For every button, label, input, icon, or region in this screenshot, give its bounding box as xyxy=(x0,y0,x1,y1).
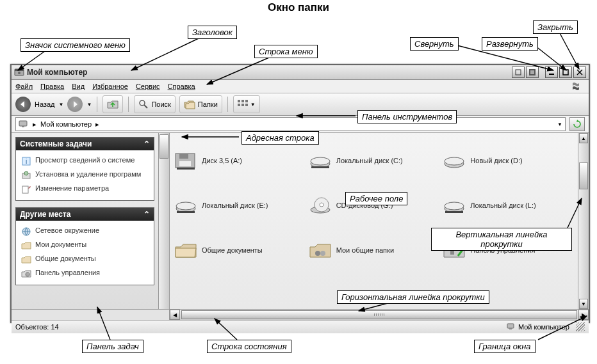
go-button[interactable] xyxy=(569,117,585,131)
forward-dropdown-icon[interactable]: ▼ xyxy=(86,102,92,107)
svg-point-36 xyxy=(24,171,28,175)
window-title: Мой компьютер xyxy=(27,68,87,77)
item-label: Локальный диск (L:) xyxy=(470,202,536,209)
task-system-info[interactable]: i Просмотр сведений о системе xyxy=(21,154,149,168)
toolbar-separator-3 xyxy=(227,97,228,112)
svg-rect-29 xyxy=(241,104,244,106)
scroll-left-arrow[interactable]: ◀ xyxy=(170,310,180,320)
views-button[interactable]: ▼ xyxy=(233,95,260,113)
folders-button[interactable]: Папки xyxy=(179,95,222,113)
sidebar-scrollbar[interactable] xyxy=(158,133,169,309)
my-shared-folders[interactable]: Мои общие папки xyxy=(308,229,440,271)
hdd-icon xyxy=(442,194,466,216)
system-tasks-header[interactable]: Системные задачи ⌃ xyxy=(16,138,154,150)
drive-e[interactable]: Локальный диск (E:) xyxy=(174,184,306,226)
other-places-header[interactable]: Другие места ⌃ xyxy=(16,208,154,221)
toolbar-separator-2 xyxy=(128,97,129,112)
item-label: Общие документы xyxy=(202,246,263,254)
vertical-scrollbar[interactable]: ▲ ▼ xyxy=(578,133,589,309)
scrollbar-thumb[interactable] xyxy=(579,162,588,189)
callout-hscroll: Горизонтальная линейка прокрутки xyxy=(337,290,489,304)
horizontal-scrollbar[interactable]: ◀ ▶ xyxy=(170,310,589,320)
system-menu-icon[interactable] xyxy=(14,67,24,77)
svg-point-40 xyxy=(26,273,29,276)
drive-c[interactable]: Локальный диск (C:) xyxy=(308,139,440,182)
titlebar[interactable]: Мой компьютер xyxy=(12,65,589,80)
system-tasks-box: Системные задачи ⌃ i Просмотр сведений о… xyxy=(15,137,154,201)
scrollbar-thumb[interactable] xyxy=(159,134,168,159)
search-button[interactable]: Поиск xyxy=(134,95,175,113)
svg-rect-26 xyxy=(241,100,244,102)
svg-point-59 xyxy=(315,251,320,256)
svg-rect-14 xyxy=(15,69,24,71)
work-area[interactable]: Диск 3,5 (A:) Локальный диск (C:) Новый … xyxy=(170,133,589,309)
menu-edit[interactable]: Правка xyxy=(40,83,64,90)
minimize-button[interactable] xyxy=(545,67,558,78)
drive-l[interactable]: Локальный диск (L:) xyxy=(442,184,574,226)
hdd-icon xyxy=(442,150,466,171)
drive-d[interactable]: Новый диск (D:) xyxy=(442,139,574,182)
svg-rect-47 xyxy=(311,166,329,168)
other-places-box: Другие места ⌃ Сетевое окружение Мои док… xyxy=(15,207,154,285)
refresh-icon xyxy=(573,120,582,129)
back-dropdown-icon[interactable]: ▼ xyxy=(59,102,64,107)
svg-point-15 xyxy=(18,72,20,74)
svg-rect-25 xyxy=(238,100,240,102)
svg-line-24 xyxy=(144,105,147,108)
scroll-up-arrow[interactable]: ▲ xyxy=(579,133,588,143)
hscroll-row: ◀ ▶ xyxy=(12,309,589,320)
status-location: Мой компьютер xyxy=(518,323,569,331)
svg-rect-62 xyxy=(507,324,514,328)
folder-icon xyxy=(21,255,31,265)
callout-titlebar: Заголовок xyxy=(188,26,237,39)
system-tasks-title: Системные задачи xyxy=(20,139,92,148)
drive-cd-g[interactable]: CD-дисковод (G:) xyxy=(308,184,440,226)
settings-icon xyxy=(21,184,31,194)
task-change-setting[interactable]: Изменение параметра xyxy=(21,182,149,196)
address-input[interactable]: ▸ Мой компьютер ▸ ▼ xyxy=(15,117,566,131)
task-label: Просмотр сведений о системе xyxy=(35,156,135,164)
back-label[interactable]: Назад xyxy=(35,100,55,108)
menu-favorites[interactable]: Избранное xyxy=(92,83,128,90)
svg-rect-18 xyxy=(530,70,534,74)
menu-tools[interactable]: Сервис xyxy=(136,83,160,90)
callout-taskpanel: Панель задач xyxy=(82,340,143,353)
callout-close: Закрыть xyxy=(533,20,578,34)
menu-help[interactable]: Справка xyxy=(168,83,195,90)
menu-file[interactable]: Файл xyxy=(15,83,33,90)
folder-icon xyxy=(174,239,198,261)
toolbar-separator-1 xyxy=(97,97,97,112)
up-button[interactable] xyxy=(102,95,123,113)
menu-view[interactable]: Вид xyxy=(72,83,85,90)
callout-toolbar: Панель инструментов xyxy=(357,110,457,123)
place-network[interactable]: Сетевое окружение xyxy=(21,225,149,239)
views-icon xyxy=(238,100,248,109)
address-dropdown-icon[interactable]: ▼ xyxy=(557,122,562,127)
shared-documents[interactable]: Общие документы xyxy=(174,229,306,271)
status-object-count: Объектов: 14 xyxy=(15,323,59,331)
scrollbar-thumb[interactable] xyxy=(181,310,577,319)
file-grid: Диск 3,5 (A:) Локальный диск (C:) Новый … xyxy=(170,133,578,309)
drive-floppy-a[interactable]: Диск 3,5 (A:) xyxy=(174,139,306,182)
resize-grip[interactable] xyxy=(576,322,585,331)
task-add-remove[interactable]: Установка и удаление программ xyxy=(21,168,149,182)
close-button[interactable] xyxy=(573,67,586,78)
scroll-down-arrow[interactable]: ▼ xyxy=(579,299,588,309)
svg-rect-16 xyxy=(516,70,521,75)
place-cpanel[interactable]: Панель управления xyxy=(21,267,149,281)
callout-sysmenu-icon: Значок системного меню xyxy=(20,38,130,52)
place-shareddocs[interactable]: Общие документы xyxy=(21,253,149,267)
place-label: Сетевое окружение xyxy=(35,226,99,234)
address-sep-2: ▸ xyxy=(95,120,99,129)
extra-button-2[interactable] xyxy=(526,67,539,78)
maximize-button[interactable] xyxy=(559,67,572,78)
place-mydocs[interactable]: Мои документы xyxy=(21,239,149,253)
forward-button[interactable] xyxy=(67,97,83,112)
callout-address: Адресная строка xyxy=(241,131,319,145)
item-label: Новый диск (D:) xyxy=(470,157,522,164)
views-dropdown-icon: ▼ xyxy=(250,102,256,107)
extra-button-1[interactable] xyxy=(512,67,525,78)
back-button[interactable] xyxy=(15,97,31,112)
windows-flag-icon[interactable] xyxy=(571,81,585,91)
scroll-right-arrow[interactable]: ▶ xyxy=(578,310,589,320)
